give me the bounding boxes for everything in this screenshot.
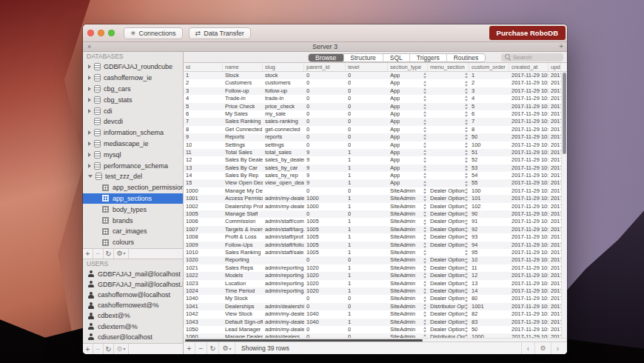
chevron-right-icon[interactable]: [88, 64, 91, 69]
enum-stepper-icon[interactable]: [423, 134, 427, 140]
cell-level[interactable]: 0: [346, 133, 388, 141]
sidebar-item-table[interactable]: body_types: [83, 204, 183, 215]
cell-name[interactable]: Stock: [223, 72, 263, 79]
add-icon[interactable]: +: [83, 249, 93, 259]
enum-stepper-icon[interactable]: [465, 134, 469, 140]
column-header-created_at[interactable]: created_at: [509, 63, 549, 71]
cell-slug[interactable]: get-connected: [263, 126, 304, 133]
cell-section_type[interactable]: SiteAdmin: [388, 264, 428, 272]
cell-created_at[interactable]: 2017-11-29 10:3...: [509, 195, 549, 202]
sidebar-item-user[interactable]: cashoffernowext@%: [83, 300, 183, 310]
tab-sql[interactable]: SQL: [383, 54, 410, 61]
cell-name[interactable]: Sales By Dealer: [223, 156, 263, 164]
enum-stepper-icon[interactable]: [423, 157, 427, 163]
cell-section_type[interactable]: App: [388, 79, 428, 87]
table-row[interactable]: 4Trade-intrade-in00App42017-11-29 10:3..…: [184, 95, 567, 102]
cell-slug[interactable]: admin/my-deale...: [263, 310, 304, 318]
data-transfer-button[interactable]: ⇄ Data Transfer: [189, 27, 251, 39]
cell-slug[interactable]: [263, 187, 304, 195]
cell-upda[interactable]: 2017: [549, 310, 561, 318]
cell-custom_order[interactable]: 80: [469, 295, 509, 302]
cell-section_type[interactable]: App: [388, 164, 428, 172]
cell-created_at[interactable]: 2017-11-29 10:3...: [509, 242, 549, 249]
cell-custom_order[interactable]: 93: [469, 233, 509, 241]
cell-level[interactable]: 0: [346, 95, 388, 102]
tab-browse[interactable]: Browse: [308, 53, 344, 62]
enum-stepper-icon[interactable]: [423, 188, 427, 194]
cell-custom_order[interactable]: 95: [469, 249, 509, 256]
cell-custom_order[interactable]: 100: [469, 141, 509, 149]
cell-section_type[interactable]: SiteAdmin: [388, 295, 428, 302]
cell-name[interactable]: Manage Staff: [223, 210, 263, 218]
cell-upda[interactable]: 2017: [549, 179, 561, 187]
cell-id[interactable]: 1022: [184, 272, 223, 279]
cell-id[interactable]: 1040: [184, 295, 223, 302]
cell-name[interactable]: Dealership Profile: [223, 203, 263, 210]
cell-parent_id[interactable]: 1020: [304, 264, 346, 272]
cell-custom_order[interactable]: 54: [469, 172, 509, 179]
table-row[interactable]: 1040My Stock00SiteAdminDealer Options802…: [184, 295, 567, 302]
cell-id[interactable]: 9: [184, 133, 223, 141]
cell-custom_order[interactable]: 91: [469, 218, 509, 225]
cell-upda[interactable]: 2017: [549, 319, 561, 326]
cell-custom_order[interactable]: 3: [469, 87, 509, 95]
cell-upda[interactable]: 2017: [549, 287, 561, 295]
table-row[interactable]: 1000Manage My Deal...00SiteAdminDealer O…: [184, 187, 567, 195]
enum-stepper-icon[interactable]: [423, 311, 427, 317]
cell-slug[interactable]: price_check: [263, 103, 304, 110]
cell-created_at[interactable]: 2017-11-29 10:3...: [509, 218, 549, 225]
cell-custom_order[interactable]: 90: [469, 210, 509, 218]
cell-slug[interactable]: admin/reporting...: [263, 272, 304, 279]
cell-id[interactable]: 1042: [184, 310, 223, 318]
cell-parent_id[interactable]: 1000: [304, 195, 346, 202]
cell-level[interactable]: 1: [346, 242, 388, 249]
cell-slug[interactable]: admin/dealerships: [263, 303, 304, 310]
sidebar-item-database[interactable]: mediascape_ie: [83, 139, 183, 150]
enum-stepper-icon[interactable]: [423, 88, 427, 94]
enum-stepper-icon[interactable]: [423, 81, 427, 87]
cell-slug[interactable]: [263, 295, 304, 302]
cell-menu_section[interactable]: [428, 95, 469, 102]
cell-created_at[interactable]: 2017-11-29 10:3...: [509, 226, 549, 233]
cell-slug[interactable]: [263, 210, 304, 218]
enum-stepper-icon[interactable]: [423, 204, 427, 210]
sidebar-item-database[interactable]: cbg_cars: [83, 84, 183, 95]
enum-stepper-icon[interactable]: [465, 73, 469, 79]
table-row[interactable]: 2Customerscustomers00App22017-11-29 10:3…: [184, 79, 567, 87]
cell-level[interactable]: 1: [346, 249, 388, 256]
table-row[interactable]: 1043Default Sign-offadmin/my-deale...104…: [184, 319, 567, 326]
cell-level[interactable]: 1: [346, 233, 388, 241]
cell-name[interactable]: Customers: [223, 79, 263, 87]
cell-menu_section[interactable]: [428, 103, 469, 110]
cell-created_at[interactable]: 2017-11-29 10:3...: [509, 133, 549, 141]
server-tab-title[interactable]: Server 3: [83, 43, 567, 50]
refresh-icon[interactable]: ↻: [104, 249, 114, 259]
table-row[interactable]: 12Sales By Dealersales_by_dealer91App522…: [184, 156, 567, 164]
cell-upda[interactable]: 2017: [549, 187, 561, 195]
cell-slug[interactable]: view_open_deals: [263, 179, 304, 187]
cell-created_at[interactable]: 2017-11-29 10:3...: [509, 272, 549, 279]
cell-id[interactable]: 6: [184, 110, 223, 118]
cell-level[interactable]: 1: [346, 203, 388, 210]
cell-menu_section[interactable]: [428, 156, 469, 164]
cell-menu_section[interactable]: Dealer Options: [428, 264, 469, 272]
cell-section_type[interactable]: App: [388, 172, 428, 179]
tab-structure[interactable]: Structure: [343, 54, 383, 61]
table-row[interactable]: 13Sales By Carsales_by_car91App532017-11…: [184, 164, 567, 172]
cell-section_type[interactable]: SiteAdmin: [388, 242, 428, 249]
cell-menu_section[interactable]: [428, 172, 469, 179]
cell-slug[interactable]: admin/my-deale...: [263, 319, 304, 326]
cell-custom_order[interactable]: 50: [469, 326, 509, 333]
cell-custom_order[interactable]: 83: [469, 319, 509, 326]
cell-parent_id[interactable]: 0: [304, 118, 346, 125]
column-header-slug[interactable]: slug: [263, 63, 304, 71]
enum-stepper-icon[interactable]: [423, 73, 427, 79]
cell-menu_section[interactable]: Dealer Options: [428, 319, 469, 326]
cell-upda[interactable]: 2017: [549, 164, 561, 172]
gear-icon[interactable]: ⚙▾: [114, 249, 129, 259]
cell-slug[interactable]: admin/staff/com...: [263, 218, 304, 225]
cell-slug[interactable]: stock: [263, 72, 304, 79]
enum-stepper-icon[interactable]: [423, 281, 427, 287]
cell-id[interactable]: 4: [184, 95, 223, 102]
add-tab-icon[interactable]: +: [559, 42, 563, 51]
